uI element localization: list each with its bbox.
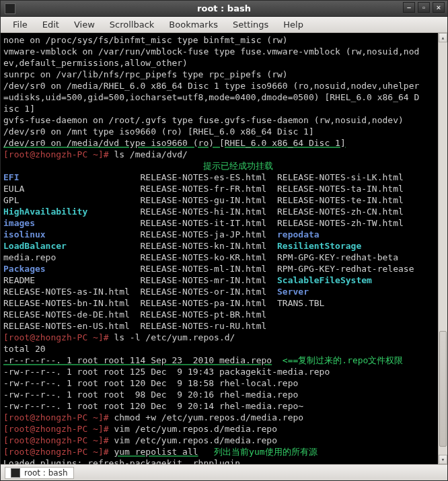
statusbar: root : bash — [1, 464, 447, 480]
titlebar[interactable]: root : bash – ▫ × — [1, 1, 447, 17]
app-icon — [5, 3, 15, 14]
maximize-button[interactable]: ▫ — [418, 2, 430, 13]
terminal-window: root : bash – ▫ × File Edit View Scrollb… — [0, 0, 448, 481]
menu-edit[interactable]: Edit — [36, 18, 66, 31]
scroll-track[interactable] — [439, 42, 447, 455]
scrollbar[interactable]: ▴ ▾ — [438, 33, 447, 464]
menubar: File Edit View Scrollback Bookmarks Sett… — [1, 17, 447, 33]
session-tab[interactable]: root : bash — [5, 467, 74, 479]
window-title: root : bash — [197, 3, 251, 13]
menu-help[interactable]: Help — [276, 18, 310, 31]
close-button[interactable]: × — [433, 2, 445, 13]
minimize-button[interactable]: – — [403, 2, 415, 13]
terminal-output[interactable]: none on /proc/sys/fs/binfmt_misc type bi… — [1, 33, 447, 464]
menu-view[interactable]: View — [67, 18, 102, 31]
menu-scrollback[interactable]: Scrollback — [103, 18, 161, 31]
window-controls: – ▫ × — [403, 2, 445, 13]
scroll-thumb[interactable] — [439, 331, 447, 447]
menu-settings[interactable]: Settings — [226, 18, 275, 31]
session-tab-label: root : bash — [24, 468, 68, 478]
scroll-down-button[interactable]: ▾ — [439, 455, 447, 464]
menu-file[interactable]: File — [6, 18, 34, 31]
scroll-up-button[interactable]: ▴ — [439, 33, 447, 42]
terminal-icon — [11, 468, 20, 478]
menu-bookmarks[interactable]: Bookmarks — [162, 18, 225, 31]
